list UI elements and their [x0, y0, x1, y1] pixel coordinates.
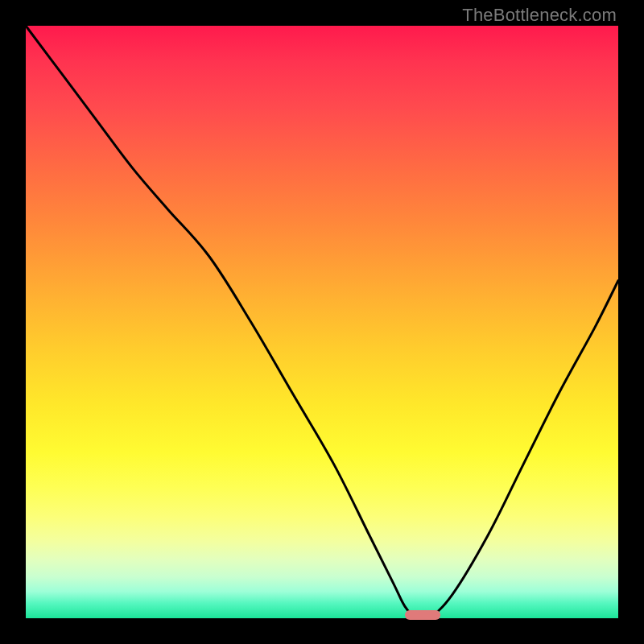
optimal-marker: [405, 610, 440, 620]
chart-frame: TheBottleneck.com: [0, 0, 644, 644]
bottleneck-svg: [26, 26, 618, 618]
watermark-text: TheBottleneck.com: [462, 5, 617, 26]
bottleneck-curve: [26, 26, 618, 621]
plot-area: [26, 26, 618, 618]
